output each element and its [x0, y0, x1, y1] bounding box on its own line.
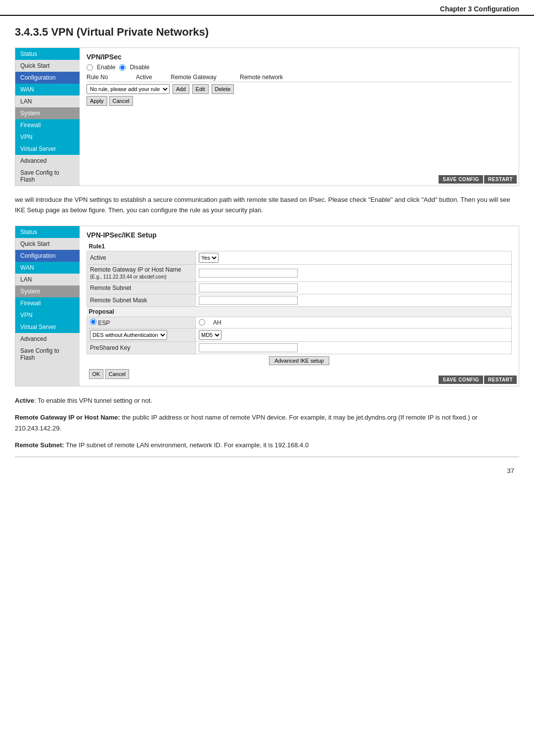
edit-button[interactable]: Edit	[192, 84, 209, 94]
table-header: Rule No Active Remote Gateway Remote net…	[87, 74, 512, 82]
sidebar-item-lan[interactable]: LAN	[15, 95, 80, 107]
ike-row-subnetmask: Remote Subnet Mask	[87, 294, 512, 306]
enable-radio[interactable]	[87, 64, 93, 71]
restart-btn-2[interactable]: RESTART	[484, 376, 517, 384]
ike-active-label: Active	[87, 251, 196, 264]
ike-main-panel: VPN-IPSec/IKE Setup Rule1 Active Yes Rem…	[80, 226, 519, 386]
active-bold: Active	[15, 397, 34, 404]
ike-row-advike: Advanced IKE setup	[87, 354, 512, 367]
ike-row-active: Active Yes	[87, 251, 512, 264]
header-title: Chapter 3 Configuration	[440, 5, 519, 13]
ike-active-value: Yes	[196, 251, 512, 264]
sidebar-item-status[interactable]: Status	[15, 48, 80, 60]
esp-ah-row: ESP	[90, 319, 192, 327]
psk-value	[196, 341, 512, 354]
sidebar2-item-status[interactable]: Status	[15, 226, 80, 238]
ok-button[interactable]: OK	[89, 369, 104, 379]
sidebar2-item-lan[interactable]: LAN	[15, 274, 80, 285]
ah-row: AH	[199, 319, 508, 326]
esp-radio-wrap: ESP	[90, 319, 110, 327]
sidebar-item-advanced[interactable]: Advanced	[15, 155, 80, 167]
save-config-btn-1[interactable]: SAVE CONFIG	[439, 175, 483, 184]
gateway-input[interactable]	[199, 269, 298, 278]
sidebar2-item-vpn[interactable]: VPN	[15, 309, 80, 321]
description-text: we will introduce the VPN settings to es…	[15, 195, 519, 216]
ike-row-subnet: Remote Subnet	[87, 282, 512, 294]
ike-proposal-header: Proposal	[87, 306, 512, 317]
ike-setup-box: Status Quick Start Configuration WAN LAN…	[15, 226, 519, 386]
bottom-text-section: Active: To enable this VPN tunnel settin…	[15, 395, 519, 451]
enable-label: Enable	[97, 64, 115, 71]
sidebar-item-vpn[interactable]: VPN	[15, 131, 80, 143]
hash-select[interactable]: MD5	[199, 330, 222, 340]
subnet-input[interactable]	[199, 284, 298, 292]
rule-label: Rule1	[87, 242, 512, 251]
vpn-main-panel: VPN/IPSec Enable Disable Rule No Active …	[80, 48, 519, 186]
ike-table: Rule1 Active Yes Remote Gateway IP or Ho…	[87, 242, 512, 381]
sidebar-item-firewall[interactable]: Firewall	[15, 119, 80, 131]
bottom-text-subnet: Remote Subnet: The IP subnet of remote L…	[15, 440, 519, 451]
sidebar-item-wan[interactable]: WAN	[15, 84, 80, 95]
sidebar-item-virtualserver[interactable]: Virtual Server	[15, 143, 80, 155]
section-title: 3.4.3.5 VPN (Virtual Private Networks)	[15, 26, 519, 39]
apply-button[interactable]: Apply	[87, 96, 107, 106]
vpn-ipsec-box: Status Quick Start Configuration WAN LAN…	[15, 47, 519, 186]
active-normal: : To enable this VPN tunnel setting or n…	[34, 397, 152, 404]
ike-cancel-button[interactable]: Cancel	[105, 369, 129, 379]
sidebar-2: Status Quick Start Configuration WAN LAN…	[15, 226, 80, 386]
save-config-btn-2[interactable]: SAVE CONFIG	[439, 376, 483, 384]
sidebar2-item-advanced[interactable]: Advanced	[15, 333, 80, 345]
bottom-text-active: Active: To enable this VPN tunnel settin…	[15, 395, 519, 406]
sidebar2-item-system[interactable]: System	[15, 285, 80, 297]
sidebar2-item-virtualserver[interactable]: Virtual Server	[15, 321, 80, 333]
adv-ike-cell: Advanced IKE setup	[87, 354, 512, 367]
psk-input[interactable]	[199, 343, 298, 352]
enc-select-cell: DES without Authentication	[87, 328, 196, 341]
sidebar-item-system[interactable]: System	[15, 107, 80, 119]
sidebar2-item-wan[interactable]: WAN	[15, 262, 80, 274]
col-ruleno: Rule No	[87, 74, 136, 81]
rule-row: No rule, please add your rule Add Edit D…	[87, 84, 512, 94]
ike-panel-title: VPN-IPSec/IKE Setup	[87, 231, 512, 239]
ah-radio-cell: AH	[196, 317, 512, 328]
psk-label: PreShared Key	[87, 341, 196, 354]
restart-btn-1[interactable]: RESTART	[484, 175, 517, 184]
rule-dropdown[interactable]: No rule, please add your rule	[87, 84, 170, 94]
page-number: 37	[15, 467, 519, 474]
sidebar-item-quickstart[interactable]: Quick Start	[15, 60, 80, 72]
ike-row-gateway: Remote Gateway IP or Host Name(E.g., 111…	[87, 264, 512, 282]
disable-radio[interactable]	[119, 64, 126, 71]
sidebar-item-saveconfig[interactable]: Save Config to Flash	[15, 167, 80, 186]
sidebar2-item-configuration[interactable]: Configuration	[15, 250, 80, 262]
active-select[interactable]: Yes	[199, 253, 219, 263]
apply-row: Apply Cancel	[87, 96, 512, 106]
hash-select-cell: MD5	[196, 328, 512, 341]
esp-radio[interactable]	[90, 319, 96, 325]
col-network: Remote network	[240, 74, 299, 81]
ah-radio[interactable]	[199, 319, 205, 326]
disable-label: Disable	[130, 64, 149, 71]
adv-ike-button[interactable]: Advanced IKE setup	[269, 356, 329, 365]
ike-subnet-value	[196, 282, 512, 294]
ike-subnetmask-value	[196, 294, 512, 306]
subnet-bold: Remote Subnet:	[15, 441, 64, 449]
sidebar-item-configuration[interactable]: Configuration	[15, 72, 80, 84]
ike-gateway-value	[196, 264, 512, 282]
ah-label: AH	[213, 319, 222, 326]
delete-button[interactable]: Delete	[212, 84, 234, 94]
ike-subnetmask-label: Remote Subnet Mask	[87, 294, 196, 306]
cancel-button[interactable]: Cancel	[109, 96, 133, 106]
proposal-label: Proposal	[87, 306, 512, 317]
footer-bar-1: SAVE CONFIG RESTART	[437, 173, 519, 186]
col-active: Active	[136, 74, 171, 81]
esp-ah-label: ESP	[87, 317, 196, 328]
enc-select[interactable]: DES without Authentication	[90, 330, 167, 340]
ike-row-espah: ESP AH	[87, 317, 512, 328]
add-button[interactable]: Add	[173, 84, 189, 94]
subnetmask-input[interactable]	[199, 296, 298, 305]
sidebar2-item-firewall[interactable]: Firewall	[15, 297, 80, 309]
sidebar2-item-saveconfig[interactable]: Save Config to Flash	[15, 345, 80, 364]
page-divider	[15, 457, 519, 457]
subnet-normal: The IP subnet of remote LAN environment,…	[64, 441, 309, 449]
sidebar2-item-quickstart[interactable]: Quick Start	[15, 238, 80, 250]
